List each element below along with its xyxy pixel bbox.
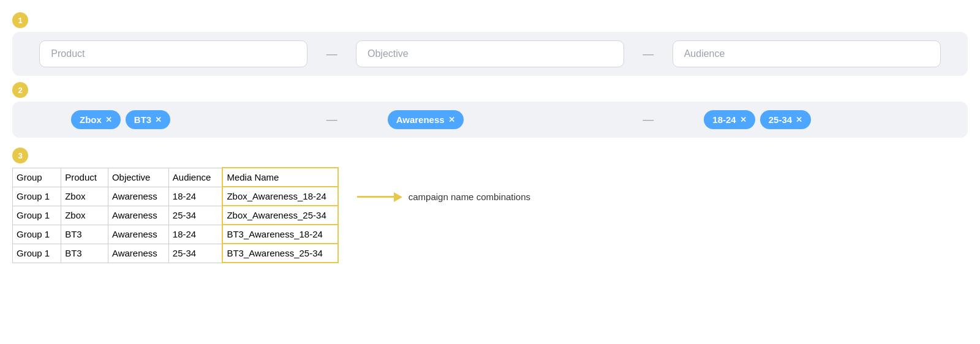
audience-tag-18-24-label: 18-24 (712, 114, 736, 125)
product-filter-cell: Product (24, 40, 323, 67)
product-tag-bt3-label: BT3 (134, 114, 151, 125)
cell-0: Group 1 (13, 187, 61, 206)
cell-2: Awareness (108, 206, 168, 225)
table-row: Group 1BT3Awareness18-24BT3_Awareness_18… (13, 225, 338, 244)
step-badge-2: 2 (12, 82, 28, 98)
col-header-product: Product (61, 168, 108, 187)
media-name-cell: BT3_Awareness_18-24 (222, 225, 337, 244)
cell-0: Group 1 (13, 244, 61, 263)
media-name-cell: Zbox_Awareness_18-24 (222, 187, 337, 206)
arrow-right (357, 192, 402, 202)
objective-tag-awareness-label: Awareness (396, 114, 445, 125)
separator-tag-1: — (323, 113, 341, 126)
section-step3: 3 Group Product Objective Audience Media… (12, 148, 968, 263)
product-tag-cell: Zbox ✕ BT3 ✕ (24, 110, 323, 129)
cell-1: Zbox (61, 206, 108, 225)
annotation-text: campaign name combinations (409, 192, 530, 202)
objective-input[interactable]: Objective (356, 40, 624, 67)
product-tag-bt3[interactable]: BT3 ✕ (126, 110, 170, 129)
audience-tag-18-24[interactable]: 18-24 ✕ (704, 110, 755, 129)
cell-0: Group 1 (13, 206, 61, 225)
media-name-cell: Zbox_Awareness_25-34 (222, 206, 337, 225)
cell-2: Awareness (108, 225, 168, 244)
step-badge-3: 3 (12, 148, 28, 163)
audience-tag-25-34-close[interactable]: ✕ (796, 115, 802, 124)
cell-0: Group 1 (13, 225, 61, 244)
product-tag-zbox-label: Zbox (80, 114, 102, 125)
audience-tag-25-34[interactable]: 25-34 ✕ (760, 110, 811, 129)
cell-3: 25-34 (168, 244, 222, 263)
objective-tag-awareness[interactable]: Awareness ✕ (388, 110, 464, 129)
table-row: Group 1ZboxAwareness25-34Zbox_Awareness_… (13, 206, 338, 225)
objective-tag-awareness-close[interactable]: ✕ (448, 115, 455, 124)
cell-1: BT3 (61, 244, 108, 263)
arrow-line (357, 196, 394, 198)
step-badge-1: 1 (12, 12, 28, 28)
col-header-group: Group (13, 168, 61, 187)
table-row: Group 1BT3Awareness25-34BT3_Awareness_25… (13, 244, 338, 263)
product-tag-zbox-close[interactable]: ✕ (105, 115, 112, 124)
section-step1: 1 Product — Objective — Audience (12, 12, 968, 76)
tag-row: Zbox ✕ BT3 ✕ — Awareness ✕ — 18-24 ✕ 25-… (12, 102, 968, 138)
cell-3: 18-24 (168, 187, 222, 206)
product-tag-bt3-close[interactable]: ✕ (155, 115, 162, 124)
audience-tag-cell: 18-24 ✕ 25-34 ✕ (657, 110, 956, 129)
separator-1: — (323, 48, 341, 61)
objective-tag-cell: Awareness ✕ (341, 110, 639, 129)
col-header-objective: Objective (108, 168, 168, 187)
cell-1: BT3 (61, 225, 108, 244)
results-table: Group Product Objective Audience Media N… (12, 167, 339, 263)
annotation: campaign name combinations (357, 192, 530, 202)
media-name-cell: BT3_Awareness_25-34 (222, 244, 337, 263)
separator-tag-2: — (639, 113, 657, 126)
filter-row: Product — Objective — Audience (12, 32, 968, 76)
audience-input[interactable]: Audience (673, 40, 941, 67)
cell-2: Awareness (108, 187, 168, 206)
cell-3: 25-34 (168, 206, 222, 225)
audience-filter-cell: Audience (657, 40, 956, 67)
table-header-row: Group Product Objective Audience Media N… (13, 168, 338, 187)
objective-filter-cell: Objective (341, 40, 639, 67)
product-input[interactable]: Product (39, 40, 307, 67)
cell-3: 18-24 (168, 225, 222, 244)
separator-2: — (639, 48, 657, 61)
cell-2: Awareness (108, 244, 168, 263)
audience-tag-25-34-label: 25-34 (769, 114, 792, 125)
col-header-media-name: Media Name (222, 168, 337, 187)
product-tag-zbox[interactable]: Zbox ✕ (71, 110, 121, 129)
arrow-head (394, 192, 402, 202)
table-wrapper: Group Product Objective Audience Media N… (12, 167, 968, 263)
table-row: Group 1ZboxAwareness18-24Zbox_Awareness_… (13, 187, 338, 206)
cell-1: Zbox (61, 187, 108, 206)
section-step2: 2 Zbox ✕ BT3 ✕ — Awareness ✕ — 18-24 (12, 82, 968, 138)
audience-tag-18-24-close[interactable]: ✕ (740, 115, 747, 124)
col-header-audience: Audience (168, 168, 222, 187)
